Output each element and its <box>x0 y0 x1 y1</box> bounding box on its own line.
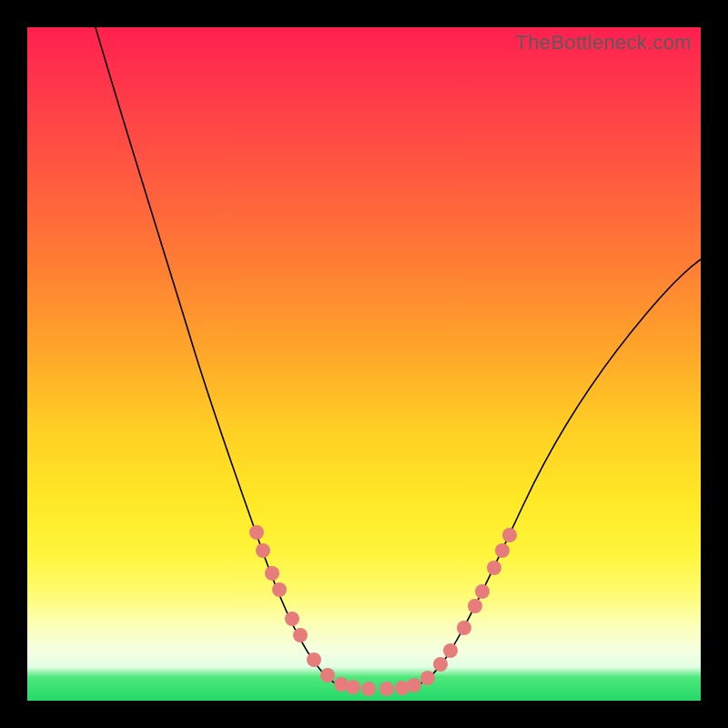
marker-dot <box>249 525 264 540</box>
curve-layer <box>96 27 701 688</box>
marker-dot <box>475 584 490 599</box>
plot-area: TheBottleneck.com <box>27 27 701 701</box>
marker-dot <box>433 657 448 672</box>
marker-dot <box>346 680 360 694</box>
marker-dot <box>420 671 435 685</box>
marker-dot <box>407 678 421 693</box>
chart-root: TheBottleneck.com <box>0 0 728 728</box>
left-curve <box>96 27 348 688</box>
marker-dot <box>272 582 287 597</box>
marker-dot <box>361 682 376 696</box>
marker-dot <box>285 612 299 626</box>
marker-dot <box>468 599 482 613</box>
marker-dot <box>307 652 321 667</box>
marker-dot <box>487 561 501 575</box>
right-curve <box>410 259 701 688</box>
marker-dot <box>265 566 279 581</box>
marker-dot <box>495 543 510 558</box>
marker-dot <box>443 643 458 658</box>
marker-dot <box>457 621 471 635</box>
marker-dot <box>256 543 270 558</box>
marker-dot <box>320 668 335 682</box>
marker-dot <box>502 528 517 542</box>
marker-dot <box>293 628 308 642</box>
marker-layer <box>249 525 517 696</box>
chart-svg <box>27 27 701 701</box>
marker-dot <box>379 682 394 696</box>
